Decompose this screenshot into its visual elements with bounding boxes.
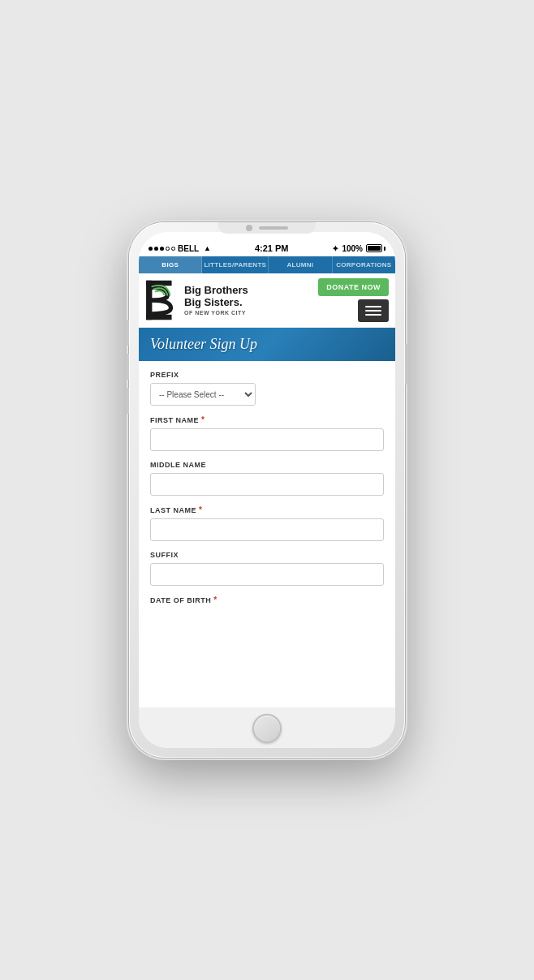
battery-body <box>366 244 382 252</box>
nav-tab-alumni[interactable]: ALUMNI <box>269 256 332 273</box>
hamburger-menu-button[interactable] <box>358 299 389 322</box>
phone-frame: BELL ▲ 4:21 PM ✦ 100% BIGS LITTLES/PAREN… <box>129 222 405 758</box>
logo-svg <box>145 279 179 321</box>
org-name-line2: Big Sisters. <box>184 297 248 309</box>
signal-dots <box>149 247 175 251</box>
bluetooth-icon: ✦ <box>332 244 338 253</box>
signal-dot-2 <box>154 247 158 251</box>
first-name-required: * <box>201 415 205 424</box>
status-left: BELL ▲ <box>149 244 211 253</box>
nav-tab-corporations[interactable]: CORPORATIONS <box>333 256 395 273</box>
signal-dot-5 <box>171 247 175 251</box>
form-area: PREFIX -- Please Select -- Mr. Mrs. Ms. … <box>139 361 395 707</box>
site-header: Big Brothers Big Sisters. OF NEW YORK CI… <box>139 273 395 328</box>
middle-name-group: MIDDLE NAME <box>150 461 384 496</box>
menu-line-1 <box>365 306 381 307</box>
first-name-group: FIRST NAME * <box>150 415 384 451</box>
phone-notch <box>218 222 316 234</box>
dob-required: * <box>213 595 217 604</box>
menu-line-2 <box>365 310 381 312</box>
middle-name-input[interactable] <box>150 473 384 496</box>
carrier-label: BELL <box>178 244 199 253</box>
dob-label: DATE OF BIRTH * <box>150 595 384 604</box>
last-name-required: * <box>199 505 202 514</box>
org-name-sub: OF NEW YORK CITY <box>184 310 248 316</box>
last-name-group: LAST NAME * <box>150 505 384 541</box>
phone-bottom-bar <box>139 707 395 748</box>
signal-dot-3 <box>160 247 164 251</box>
suffix-input[interactable] <box>150 563 384 586</box>
nav-tab-bigs[interactable]: BIGS <box>139 256 202 273</box>
prefix-select[interactable]: -- Please Select -- Mr. Mrs. Ms. Dr. Pro… <box>150 383 256 406</box>
header-right: DONATE NOW <box>318 278 389 322</box>
middle-name-label: MIDDLE NAME <box>150 461 384 469</box>
page-banner: Volunteer Sign Up <box>139 328 395 361</box>
last-name-input[interactable] <box>150 518 384 541</box>
signal-dot-4 <box>166 247 170 251</box>
first-name-label: FIRST NAME * <box>150 415 384 424</box>
signal-dot-1 <box>149 247 153 251</box>
battery-icon <box>366 244 385 252</box>
battery-tip <box>384 247 385 251</box>
suffix-group: SUFFIX <box>150 551 384 586</box>
nav-tab-littles[interactable]: LITTLES/PARENTS <box>202 256 269 273</box>
battery-fill <box>368 246 381 251</box>
donate-button[interactable]: DONATE NOW <box>318 278 389 296</box>
prefix-label: PREFIX <box>150 371 384 379</box>
status-bar: BELL ▲ 4:21 PM ✦ 100% <box>139 232 395 256</box>
home-button[interactable] <box>252 714 282 743</box>
menu-line-3 <box>365 314 381 316</box>
suffix-label: SUFFIX <box>150 551 384 559</box>
wifi-icon: ▲ <box>204 244 211 252</box>
screen-content: BIGS LITTLES/PARENTS ALUMNI CORPORATIONS <box>139 256 395 707</box>
earpiece <box>259 226 288 230</box>
battery-percent: 100% <box>342 244 363 253</box>
page-title: Volunteer Sign Up <box>150 336 257 352</box>
logo-area: Big Brothers Big Sisters. OF NEW YORK CI… <box>145 279 248 321</box>
status-right: ✦ 100% <box>332 244 385 253</box>
phone-screen: BELL ▲ 4:21 PM ✦ 100% BIGS LITTLES/PAREN… <box>139 232 395 748</box>
org-name: Big Brothers Big Sisters. OF NEW YORK CI… <box>184 285 248 316</box>
nav-tabs: BIGS LITTLES/PARENTS ALUMNI CORPORATIONS <box>139 256 395 273</box>
front-camera <box>246 225 252 231</box>
prefix-group: PREFIX -- Please Select -- Mr. Mrs. Ms. … <box>150 371 384 406</box>
dob-group: DATE OF BIRTH * <box>150 595 384 604</box>
first-name-input[interactable] <box>150 428 384 451</box>
org-name-line1: Big Brothers <box>184 285 248 297</box>
status-time: 4:21 PM <box>255 243 289 253</box>
last-name-label: LAST NAME * <box>150 505 384 514</box>
